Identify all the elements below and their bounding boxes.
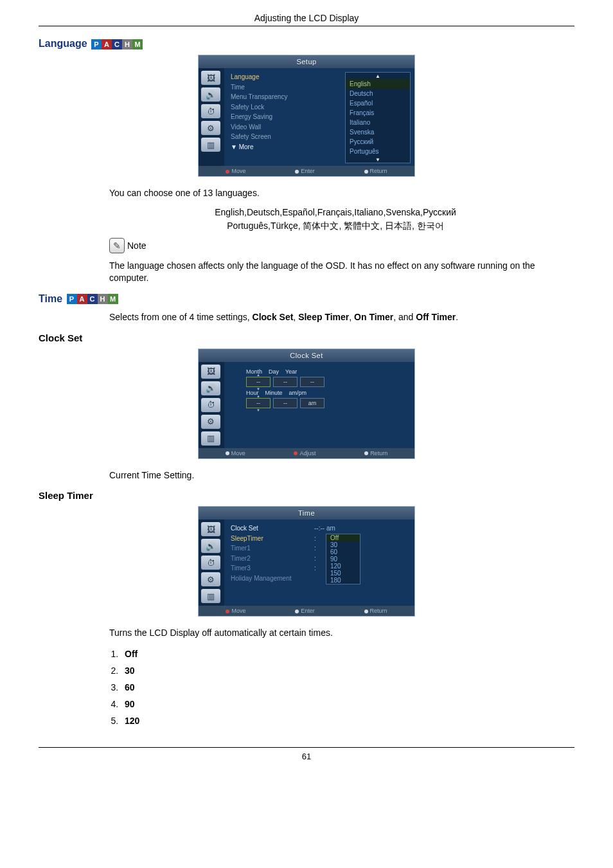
clock-set-osd: Clock Set 🖼 🔊 ⏱ ⚙ ▥ Month Day Year — [198, 348, 415, 459]
month-stepper[interactable]: ▲--▼ — [246, 377, 271, 387]
nav-sound-icon: 🔊 — [201, 381, 220, 395]
time-title-text: Time — [39, 293, 62, 304]
badge-a-icon: A — [77, 294, 87, 304]
opt-portugues[interactable]: Português — [346, 147, 410, 156]
footer-return: Return — [364, 168, 387, 174]
footer-return: Return — [364, 608, 387, 614]
nav-picture-icon: 🖼 — [201, 522, 220, 536]
row-timer1[interactable]: Timer1 — [231, 543, 314, 554]
time-sleep-timer: Sleep Timer — [298, 312, 349, 322]
footer-move: Move — [226, 608, 245, 614]
menu-language[interactable]: Language — [231, 72, 341, 82]
nav-sound-icon: 🔊 — [201, 539, 220, 553]
label-ampm: am/pm — [289, 390, 307, 396]
opt-english[interactable]: English — [346, 79, 410, 89]
language-title-text: Language — [39, 38, 87, 49]
note-label: Note — [127, 240, 147, 251]
opt-150[interactable]: 150 — [326, 570, 360, 577]
sep: , — [349, 312, 354, 322]
opt-30[interactable]: 30 — [326, 541, 360, 548]
badge-p-icon: P — [91, 39, 102, 50]
page-number: 61 — [39, 747, 574, 765]
nav-settings-icon: ⚙ — [201, 121, 220, 135]
menu-safety-screen[interactable]: Safety Screen — [231, 132, 341, 142]
clock-set-title: Clock Set — [39, 332, 82, 343]
section-title-sleep-timer: Sleep Timer — [39, 490, 574, 501]
footer-move: Move — [226, 450, 245, 457]
list-item-off: Off — [121, 646, 562, 662]
opt-francais[interactable]: Français — [346, 108, 410, 118]
note-icon: ✎ — [109, 238, 125, 253]
footer-enter: Enter — [295, 608, 315, 614]
opt-120[interactable]: 120 — [326, 563, 360, 570]
hour-stepper[interactable]: ▲--▼ — [246, 398, 271, 408]
language-options: ▲ English Deutsch Español Français Itali… — [345, 72, 411, 163]
menu-transparency[interactable]: Menu Transparency — [231, 92, 341, 102]
row-sleeptimer-val: : — [314, 534, 316, 544]
minute-stepper[interactable]: -- — [273, 398, 298, 408]
opt-italiano[interactable]: Italiano — [346, 118, 410, 127]
menu-safety-lock[interactable]: Safety Lock — [231, 102, 341, 113]
sep: . — [456, 312, 458, 322]
row-sleeptimer[interactable]: SleepTimer — [231, 534, 314, 544]
opt-180[interactable]: 180 — [326, 577, 360, 584]
row-timer2[interactable]: Timer2 — [231, 554, 314, 564]
clock-set-text: Current Time Setting. — [109, 469, 562, 482]
row-holiday[interactable]: Holiday Management — [231, 574, 314, 584]
opt-svenska[interactable]: Svenska — [346, 127, 410, 137]
menu-more[interactable]: ▼ More — [231, 142, 341, 152]
sep: , — [293, 312, 298, 322]
list-item-90: 90 — [121, 696, 562, 712]
section-title-clock-set: Clock Set — [39, 332, 574, 343]
nav-picture-icon: 🖼 — [201, 71, 220, 85]
scroll-up-icon[interactable]: ▲ — [346, 73, 410, 79]
badge-m-icon: M — [132, 39, 143, 50]
osd-nav-icons: 🖼 🔊 ⏱ ⚙ ▥ — [199, 362, 224, 448]
menu-video-wall[interactable]: Video Wall — [231, 122, 341, 132]
row-clockset[interactable]: Clock Set — [231, 523, 314, 534]
osd-setup-title: Setup — [199, 55, 414, 68]
list-item-60: 60 — [121, 679, 562, 696]
osd-clock-title: Clock Set — [199, 349, 414, 362]
nav-sound-icon: 🔊 — [201, 87, 220, 102]
opt-60[interactable]: 60 — [326, 548, 360, 556]
sleep-timer-text: Turns the LCD Display off automatically … — [109, 627, 562, 639]
setup-menu-list: Language Time Menu Transparency Safety L… — [231, 72, 341, 163]
label-day: Day — [269, 368, 279, 375]
nav-settings-icon: ⚙ — [201, 415, 220, 429]
language-osd: Setup 🖼 🔊 ⏱ ⚙ ▥ Language Time Menu Trans… — [198, 55, 415, 177]
footer-move: Move — [226, 168, 245, 174]
opt-deutsch[interactable]: Deutsch — [346, 89, 410, 98]
osd-footer: Move Enter Return — [199, 606, 414, 616]
language-list-line2: Português,Türkçe, 简体中文, 繁體中文, 日本語, 한국어 — [109, 219, 562, 233]
nav-clock-icon: ⏱ — [201, 556, 220, 570]
pachm-badges-time: P A C H M — [67, 294, 118, 304]
opt-off[interactable]: Off — [326, 534, 360, 541]
scroll-down-icon[interactable]: ▼ — [346, 156, 410, 163]
sleep-timer-osd: Time 🖼 🔊 ⏱ ⚙ ▥ Clock Set--:-- am SleepTi… — [198, 506, 415, 617]
opt-espanol[interactable]: Español — [346, 98, 410, 108]
nav-settings-icon: ⚙ — [201, 572, 220, 586]
menu-time[interactable]: Time — [231, 82, 341, 93]
footer-adjust: Adjust — [294, 450, 315, 457]
nav-multi-icon: ▥ — [201, 138, 220, 152]
osd-time-title: Time — [199, 507, 414, 520]
opt-russkiy[interactable]: Русский — [346, 137, 410, 147]
badge-c-icon: C — [112, 39, 122, 50]
language-list-line1: English,Deutsch,Español,Français,Italian… — [109, 206, 562, 219]
nav-multi-icon: ▥ — [201, 589, 220, 603]
sleep-options: Off 30 60 90 120 150 180 — [326, 534, 360, 584]
ampm-stepper[interactable]: am — [300, 398, 324, 408]
row-timer3[interactable]: Timer3 — [231, 563, 314, 574]
list-item-120: 120 — [121, 712, 562, 729]
day-stepper[interactable]: -- — [273, 377, 298, 387]
opt-90[interactable]: 90 — [326, 556, 360, 563]
language-choose-text: You can choose one of 13 languages. — [109, 187, 562, 199]
osd-nav-icons: 🖼 🔊 ⏱ ⚙ ▥ — [199, 520, 224, 606]
row-clockset-val: --:-- am — [314, 523, 335, 534]
pachm-badges: P A C H M — [91, 39, 143, 50]
section-title-time: Time P A C H M — [39, 293, 574, 305]
year-stepper[interactable]: -- — [300, 377, 324, 387]
list-item-30: 30 — [121, 662, 562, 679]
menu-energy-saving[interactable]: Energy Saving — [231, 112, 341, 122]
